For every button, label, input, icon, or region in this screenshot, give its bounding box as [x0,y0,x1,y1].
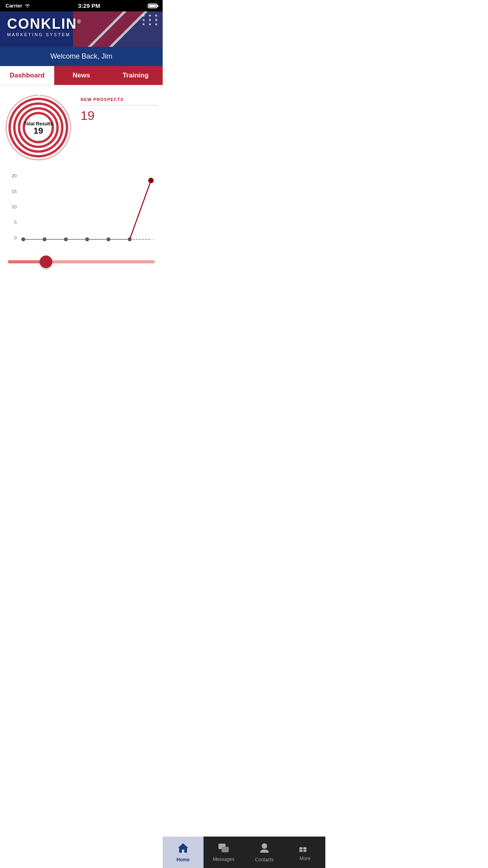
welcome-text: Welcome Back, Jim [50,52,112,60]
wifi-icon [24,4,31,8]
svg-text:0: 0 [14,235,17,241]
tab-bar: Dashboard News Training [0,66,163,85]
svg-point-24 [148,178,154,183]
logo-text: CONKLIN® [7,17,156,31]
svg-text:5: 5 [14,219,17,225]
slider-container[interactable] [8,256,155,268]
tab-news[interactable]: News [54,66,108,85]
logo-container: CONKLIN® MARKETING SYSTEM [0,11,163,42]
status-bar: Carrier 3:29 PM [0,0,163,11]
battery-icon [148,4,157,8]
tab-training[interactable]: Training [108,66,163,85]
line-chart-container: 20 15 10 5 0 [4,170,159,250]
line-chart: 20 15 10 5 0 [6,170,157,248]
svg-line-25 [130,180,151,239]
slider-thumb[interactable] [40,256,52,268]
app-header: ★ ★ ★★ ★ ★★ ★ ★ CONKLIN® MARKETING SYSTE… [0,11,163,47]
dashboard-row: Total Results 19 NEW PROSPECTS 19 [4,93,159,162]
prospects-stat: NEW PROSPECTS 19 [77,93,159,123]
tab-dashboard[interactable]: Dashboard [0,66,54,85]
svg-text:20: 20 [11,173,17,178]
logo-subtitle: MARKETING SYSTEM [7,32,156,37]
svg-text:19: 19 [33,126,43,136]
circle-chart: Total Results 19 [4,93,73,162]
battery-info [148,4,157,8]
main-content: Total Results 19 NEW PROSPECTS 19 20 15 … [0,85,163,276]
svg-text:15: 15 [11,189,17,194]
welcome-bar: Welcome Back, Jim [0,47,163,66]
carrier-label: Carrier [6,3,22,9]
prospects-value: 19 [81,108,159,123]
status-time: 3:29 PM [78,2,100,9]
svg-text:10: 10 [11,204,17,210]
slider-track [8,260,155,263]
carrier-info: Carrier [6,3,31,9]
prospects-label: NEW PROSPECTS [81,97,159,105]
